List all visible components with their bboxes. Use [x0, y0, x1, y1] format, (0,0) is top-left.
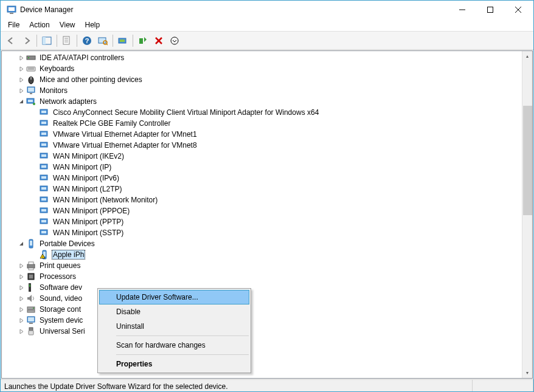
tree-node-label[interactable]: Apple iPh	[52, 250, 85, 260]
close-button[interactable]	[504, 1, 532, 18]
svg-rect-38	[41, 111, 46, 113]
expander-open-icon[interactable]	[16, 97, 26, 106]
tree-node[interactable]: WAN Miniport (IP)	[4, 162, 522, 173]
expander-closed-icon[interactable]	[16, 75, 26, 84]
tree-node-label[interactable]: Monitors	[38, 86, 69, 95]
expander-closed-icon[interactable]	[16, 261, 26, 270]
tree-node-label[interactable]: WAN Miniport (IP)	[52, 162, 113, 172]
tree-node[interactable]: Realtek PCIe GBE Family Controller	[4, 118, 522, 129]
menu-action[interactable]: Action	[24, 19, 54, 30]
tree-node-label[interactable]: VMware Virtual Ethernet Adapter for VMne…	[52, 129, 198, 139]
device-tree[interactable]: IDE ATA/ATAPI controllersKeyboardsMice a…	[2, 51, 522, 378]
tree-node[interactable]: Network adapters	[4, 96, 522, 107]
vertical-scrollbar[interactable]: ▴ ▾	[522, 51, 532, 378]
more-actions-button[interactable]	[167, 33, 182, 48]
tree-node-label[interactable]: Portable Devices	[38, 239, 96, 249]
tree-node[interactable]: WAN Miniport (PPTP)	[4, 216, 522, 227]
expander-closed-icon[interactable]	[16, 304, 26, 314]
tree-node[interactable]: VMware Virtual Ethernet Adapter for VMne…	[4, 129, 522, 140]
tree-node-label[interactable]: WAN Miniport (Network Monitor)	[52, 195, 159, 205]
tree-node[interactable]: System devic	[4, 315, 522, 326]
tree-node-label[interactable]: System devic	[38, 315, 84, 325]
tree-node[interactable]: WAN Miniport (SSTP)	[4, 227, 522, 238]
update-driver-button[interactable]	[116, 33, 130, 48]
minimize-button[interactable]	[448, 1, 476, 18]
console-tree-button[interactable]	[40, 33, 54, 48]
tree-node-label[interactable]: Realtek PCIe GBE Family Controller	[52, 119, 172, 128]
tree-node[interactable]: Mice and other pointing devices	[4, 74, 522, 85]
tree-node-label[interactable]: WAN Miniport (PPTP)	[52, 217, 125, 227]
context-item[interactable]: Properties	[99, 357, 249, 371]
enable-button[interactable]	[136, 33, 150, 48]
net-adapter-icon	[40, 162, 49, 172]
tree-node[interactable]: Storage cont	[4, 304, 522, 315]
tree-node[interactable]: !Apple iPh	[4, 249, 522, 260]
tree-node[interactable]: Processors	[4, 271, 522, 282]
tree-node-label[interactable]: Mice and other pointing devices	[38, 75, 144, 84]
tree-node[interactable]: Software dev	[4, 282, 522, 293]
context-item[interactable]: Disable	[99, 304, 249, 319]
back-button[interactable]	[4, 33, 18, 48]
expander-closed-icon[interactable]	[16, 283, 26, 292]
menu-view[interactable]: View	[55, 19, 80, 30]
tree-node[interactable]: Monitors	[4, 85, 522, 96]
tree-node[interactable]: WAN Miniport (PPPOE)	[4, 205, 522, 216]
tree-node-label[interactable]: WAN Miniport (SSTP)	[52, 228, 125, 238]
scan-hardware-button[interactable]	[95, 33, 110, 48]
scroll-up-button[interactable]: ▴	[522, 51, 532, 61]
menu-file[interactable]: File	[3, 19, 24, 30]
tree-node[interactable]: WAN Miniport (L2TP)	[4, 184, 522, 194]
tree-node-label[interactable]: WAN Miniport (IKEv2)	[52, 151, 125, 161]
expander-closed-icon[interactable]	[16, 294, 26, 303]
tree-node[interactable]: WAN Miniport (IKEv2)	[4, 151, 522, 162]
tree-node[interactable]: Cisco AnyConnect Secure Mobility Client …	[4, 107, 522, 118]
tree-node[interactable]: Universal Seri	[4, 326, 522, 337]
tree-node-label[interactable]: Sound, video	[38, 294, 83, 303]
tree-node-label[interactable]: Print queues	[38, 261, 81, 270]
expander-closed-icon[interactable]	[16, 315, 26, 325]
tree-node-label[interactable]: Storage cont	[38, 304, 82, 314]
tree-node-label[interactable]: IDE ATA/ATAPI controllers	[38, 53, 125, 63]
tree-node[interactable]: WAN Miniport (IPv6)	[4, 173, 522, 184]
svg-point-75	[33, 308, 34, 309]
tree-node[interactable]: Print queues	[4, 260, 522, 271]
svg-rect-33	[30, 93, 32, 94]
tree-node[interactable]: IDE ATA/ATAPI controllers	[4, 52, 522, 63]
svg-rect-58	[41, 220, 46, 222]
scroll-thumb[interactable]	[523, 106, 532, 215]
expander-open-icon[interactable]	[16, 239, 26, 249]
properties-button[interactable]	[60, 33, 74, 48]
tree-node-label[interactable]: Keyboards	[38, 64, 75, 74]
tree-node-label[interactable]: Universal Seri	[38, 326, 86, 336]
expander-closed-icon[interactable]	[16, 86, 26, 95]
expander-closed-icon[interactable]	[16, 53, 26, 63]
menubar: File Action View Help	[1, 19, 533, 32]
uninstall-button[interactable]	[151, 33, 166, 48]
scroll-down-button[interactable]: ▾	[522, 368, 532, 378]
tree-node-label[interactable]: WAN Miniport (PPPOE)	[52, 206, 131, 216]
tree-node[interactable]: Portable Devices	[4, 238, 522, 249]
expander-closed-icon[interactable]	[16, 326, 26, 336]
tree-node[interactable]: VMware Virtual Ethernet Adapter for VMne…	[4, 140, 522, 151]
menu-help[interactable]: Help	[80, 19, 105, 30]
tree-node-label[interactable]: VMware Virtual Ethernet Adapter for VMne…	[52, 140, 198, 150]
tree-node-label[interactable]: Software dev	[38, 283, 83, 292]
tree-node-label[interactable]: Cisco AnyConnect Secure Mobility Client …	[52, 108, 320, 117]
forward-button[interactable]	[19, 33, 34, 48]
context-item[interactable]: Uninstall	[99, 319, 249, 334]
help-button[interactable]: ?	[80, 33, 94, 48]
tree-node-label[interactable]: Network adapters	[38, 97, 98, 106]
maximize-button[interactable]	[476, 1, 504, 18]
tree-node-label[interactable]: Processors	[38, 272, 77, 281]
tree-node-label[interactable]: WAN Miniport (IPv6)	[52, 173, 120, 183]
expander-closed-icon[interactable]	[16, 272, 26, 281]
tree-node-label[interactable]: WAN Miniport (L2TP)	[52, 184, 123, 194]
tree-node[interactable]: Sound, video	[4, 293, 522, 304]
context-item[interactable]: Update Driver Software...	[99, 290, 249, 304]
tree-node[interactable]: WAN Miniport (Network Monitor)	[4, 194, 522, 205]
expander-closed-icon[interactable]	[16, 64, 26, 74]
usb-icon	[26, 326, 36, 336]
context-item[interactable]: Scan for hardware changes	[99, 338, 249, 352]
tree-node[interactable]: Keyboards	[4, 63, 522, 74]
svg-rect-80	[29, 331, 33, 335]
